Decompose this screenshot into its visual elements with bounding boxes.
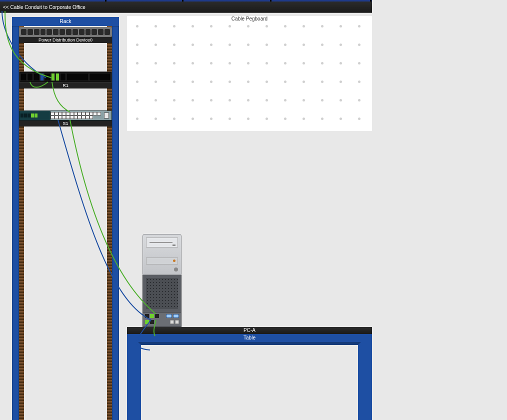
pegboard-peg[interactable] [173, 44, 176, 46]
power-distribution-unit[interactable] [19, 27, 112, 37]
pegboard-peg[interactable] [228, 99, 231, 102]
switch-port[interactable] [82, 116, 86, 119]
pc-usb-port[interactable] [170, 320, 174, 324]
pegboard-peg[interactable] [358, 44, 360, 46]
pdu-outlet[interactable] [72, 29, 78, 35]
pegboard-peg[interactable] [210, 80, 212, 83]
switch-port[interactable] [54, 116, 58, 119]
switch-port[interactable] [86, 112, 90, 116]
pegboard-peg[interactable] [173, 99, 176, 102]
switch-port[interactable] [74, 112, 78, 116]
switch-port[interactable] [62, 112, 66, 116]
pegboard-peg[interactable] [321, 44, 324, 46]
pdu-outlet[interactable] [21, 29, 26, 35]
switch-port[interactable] [62, 116, 66, 119]
pegboard-peg[interactable] [266, 118, 268, 120]
router-port[interactable] [44, 73, 50, 81]
pegboard-peg[interactable] [302, 118, 305, 120]
pegboard-peg[interactable] [173, 118, 176, 120]
pegboard-peg[interactable] [228, 118, 231, 120]
switch-port[interactable] [90, 112, 94, 116]
pc-port[interactable] [145, 314, 149, 318]
pegboard-peg[interactable] [247, 25, 250, 28]
pegboard-peg[interactable] [266, 99, 268, 102]
pegboard-peg[interactable] [192, 118, 194, 120]
pegboard-peg[interactable] [358, 99, 360, 102]
pegboard-peg[interactable] [192, 62, 194, 64]
pdu-outlet[interactable] [79, 29, 84, 35]
pegboard-peg[interactable] [136, 80, 138, 83]
pegboard-peg[interactable] [284, 99, 286, 102]
pegboard-peg[interactable] [154, 80, 157, 83]
pegboard-peg[interactable] [340, 99, 342, 102]
pegboard-peg[interactable] [136, 62, 138, 64]
pdu-outlet[interactable] [60, 29, 65, 35]
pegboard-peg[interactable] [247, 62, 250, 64]
pegboard-peg[interactable] [192, 25, 194, 28]
pdu-outlet[interactable] [66, 29, 72, 35]
optical-drive[interactable] [146, 238, 178, 248]
pegboard-peg[interactable] [302, 25, 305, 28]
router-expansion-bay[interactable] [66, 73, 88, 81]
pegboard-peg[interactable] [228, 62, 231, 64]
pdu-outlet[interactable] [28, 29, 33, 35]
pegboard-peg[interactable] [284, 62, 286, 64]
switch-port[interactable] [58, 112, 62, 116]
switch-port[interactable] [78, 116, 82, 119]
table-surface[interactable] [138, 342, 361, 420]
conduit-link[interactable]: << Cable Conduit to Corporate Office [3, 4, 86, 10]
switch-port-active[interactable] [34, 114, 38, 118]
pegboard-peg[interactable] [340, 62, 342, 64]
pc-nic-port-active[interactable] [150, 314, 154, 318]
switch-port[interactable] [54, 112, 58, 116]
pdu-outlet[interactable] [86, 29, 91, 35]
switch-port[interactable] [78, 112, 82, 116]
pegboard-peg[interactable] [247, 118, 250, 120]
pegboard-peg[interactable] [340, 118, 342, 120]
pegboard-peg[interactable] [154, 44, 157, 46]
pegboard-peg[interactable] [340, 25, 342, 28]
pdu-outlet[interactable] [98, 29, 104, 35]
pegboard-peg[interactable] [136, 44, 138, 46]
switch-port[interactable] [66, 112, 70, 116]
switch-port[interactable] [74, 116, 78, 119]
pegboard-peg[interactable] [358, 118, 360, 120]
switch-uplink[interactable] [102, 111, 112, 120]
pdu-outlet[interactable] [34, 29, 40, 35]
pegboard-peg[interactable] [358, 80, 360, 83]
pc-port[interactable] [155, 314, 159, 318]
switch-mgmt-port[interactable] [28, 114, 30, 118]
switch-port[interactable] [50, 112, 54, 116]
pegboard-peg[interactable] [302, 44, 305, 46]
pegboard-peg[interactable] [321, 62, 324, 64]
switch-port[interactable] [66, 116, 70, 119]
pc-serial-port[interactable] [166, 314, 172, 318]
pegboard-peg[interactable] [321, 25, 324, 28]
pegboard-peg[interactable] [340, 44, 342, 46]
router-port[interactable] [34, 73, 40, 81]
pegboard-peg[interactable] [284, 80, 286, 83]
switch-port[interactable] [86, 116, 90, 119]
switch-port[interactable] [82, 112, 86, 116]
pegboard-peg[interactable] [173, 25, 176, 28]
switch-mgmt-port[interactable] [20, 114, 24, 118]
router-port[interactable] [27, 73, 33, 81]
router-r1[interactable] [19, 72, 112, 82]
switch-mgmt-port[interactable] [24, 114, 27, 118]
router-port-active[interactable] [51, 73, 55, 81]
pegboard-peg[interactable] [192, 99, 194, 102]
pc-usb-port[interactable] [175, 320, 179, 324]
switch-port-active[interactable] [31, 114, 34, 118]
pdu-outlet[interactable] [40, 29, 46, 35]
switch-port[interactable] [70, 116, 74, 119]
pegboard-peg[interactable] [302, 99, 305, 102]
pegboard-peg[interactable] [154, 25, 157, 28]
pegboard-peg[interactable] [228, 80, 231, 83]
pegboard-peg[interactable] [340, 80, 342, 83]
pegboard-peg[interactable] [321, 118, 324, 120]
router-port-active[interactable] [56, 73, 60, 81]
switch-port[interactable] [93, 112, 97, 116]
floppy-drive[interactable] [146, 258, 178, 264]
switch-port[interactable] [90, 116, 94, 119]
cable-pegboard[interactable]: Cable Pegboard [127, 16, 372, 131]
